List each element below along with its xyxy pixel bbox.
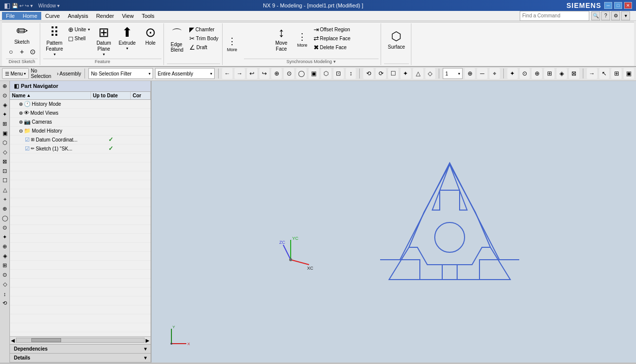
edge-blend-button[interactable]: ⌒ EdgeBlend: [167, 24, 187, 54]
palette-btn-11[interactable]: ☐: [0, 176, 9, 185]
palette-btn-2[interactable]: ⊙: [0, 91, 9, 100]
sketch-plus-icon[interactable]: +: [17, 47, 27, 57]
tb-icon-12[interactable]: ⟲: [363, 68, 374, 79]
palette-btn-7[interactable]: ⬡: [0, 139, 9, 147]
palette-btn-15[interactable]: ◯: [0, 214, 9, 223]
tb-icon-20[interactable]: ⌖: [489, 68, 500, 79]
hole-button[interactable]: ⊙ Hole: [139, 24, 161, 54]
tb-icon-13[interactable]: ⟳: [376, 68, 386, 79]
tb-icon-5[interactable]: ⊕: [271, 68, 282, 79]
palette-btn-8[interactable]: ◇: [0, 148, 9, 157]
tb-icon-10[interactable]: ⊡: [333, 68, 344, 79]
menu-curve[interactable]: Curve: [41, 12, 64, 20]
tb-icon-24[interactable]: ⊞: [544, 68, 555, 79]
scroll-left-btn[interactable]: ◀: [11, 338, 15, 343]
palette-btn-12[interactable]: △: [0, 186, 9, 195]
tb-icon-11[interactable]: ↕: [346, 68, 356, 79]
tree-row-model-history[interactable]: ⊖ 📁 Model History: [10, 127, 151, 136]
tb-icon-9[interactable]: ⬡: [321, 68, 331, 79]
trim-body-button[interactable]: ✂ Trim Body: [188, 34, 220, 43]
menu-analysis[interactable]: Analysis: [64, 12, 92, 20]
extrude-button[interactable]: ⬆ Extrude ▾: [116, 24, 138, 54]
chamfer-button[interactable]: ◤ Chamfer: [188, 25, 220, 34]
tree-row-sketch[interactable]: ☑ ✏ Sketch (1) "SK... ✓: [10, 145, 151, 153]
palette-btn-23[interactable]: ↕: [0, 290, 9, 298]
menu-render[interactable]: Render: [92, 12, 118, 20]
menu-view[interactable]: View: [118, 12, 138, 20]
tb-icon-30[interactable]: ▣: [624, 68, 634, 79]
menu-tools[interactable]: Tools: [138, 12, 159, 20]
pattern-feature-button[interactable]: ⠿ PatternFeature ▾: [43, 24, 66, 58]
surface-button[interactable]: ⬡ Surface: [384, 24, 409, 54]
sync-expand-icon[interactable]: ▾: [333, 59, 336, 64]
tb-icon-22[interactable]: ⊙: [520, 68, 530, 79]
palette-btn-1[interactable]: ⊕: [0, 82, 9, 91]
sketch-dot-icon[interactable]: ⊙: [28, 47, 38, 57]
tb-icon-18[interactable]: ⊕: [465, 68, 475, 79]
save-icon[interactable]: 💾: [12, 3, 18, 8]
number-dropdown[interactable]: 1 ▾: [443, 68, 463, 79]
datum-plane-button[interactable]: ⊞ DatumPlane ▾: [92, 24, 115, 58]
tb-icon-25[interactable]: ◈: [556, 68, 567, 79]
palette-btn-16[interactable]: ⊙: [0, 223, 9, 232]
palette-btn-21[interactable]: ⊙: [0, 271, 9, 280]
tree-row-cameras[interactable]: ⊕ 📷 Cameras: [10, 118, 151, 127]
tb-icon-6[interactable]: ⊙: [284, 68, 294, 79]
h-scrollbar-thumb[interactable]: [31, 338, 61, 342]
sketch-circle-icon[interactable]: ○: [6, 47, 16, 57]
menu-file[interactable]: File: [2, 12, 19, 20]
palette-btn-13[interactable]: ⌖: [0, 195, 9, 204]
tb-icon-1[interactable]: ←: [222, 68, 233, 79]
find-command-input[interactable]: [520, 11, 589, 21]
palette-btn-17[interactable]: ✦: [0, 233, 9, 242]
palette-btn-19[interactable]: ◈: [0, 252, 9, 261]
tb-icon-17[interactable]: ◇: [425, 68, 436, 79]
undo-icon[interactable]: ↩: [19, 3, 23, 8]
tb-icon-7[interactable]: ◯: [296, 68, 307, 79]
menu-button[interactable]: ☰ Menu ▾: [2, 68, 29, 79]
dependencies-section[interactable]: Dependencies ▾: [10, 345, 151, 354]
tree-row-datum[interactable]: ☑ ⊞ Datum Coordinat... ✓: [10, 136, 151, 145]
tb-icon-29[interactable]: ⊞: [611, 68, 622, 79]
maximize-button[interactable]: □: [614, 2, 622, 9]
unite-button[interactable]: ⊕ Unite ▾: [67, 25, 91, 34]
menu-home[interactable]: Home: [19, 12, 41, 20]
tb-icon-8[interactable]: ▣: [309, 68, 319, 79]
details-section[interactable]: Details ▾: [10, 354, 151, 363]
shell-button[interactable]: ◻ Shell: [67, 34, 91, 43]
palette-btn-24[interactable]: ⟲: [0, 299, 9, 308]
tree-row-model-views[interactable]: ⊕ 👁 Model Views: [10, 109, 151, 118]
palette-btn-10[interactable]: ⊡: [0, 167, 9, 176]
viewport[interactable]: ZC YC XC: [152, 81, 636, 363]
palette-btn-20[interactable]: ⊞: [0, 261, 9, 270]
tb-icon-26[interactable]: ⊠: [569, 68, 579, 79]
move-face-button[interactable]: ↕ MoveFace: [270, 24, 293, 54]
draft-button[interactable]: ∠ Draft: [188, 43, 220, 52]
tb-icon-28[interactable]: ↖: [599, 68, 610, 79]
tree-row-history[interactable]: ⊕ 🕐 History Mode: [10, 100, 151, 109]
tb-icon-15[interactable]: ✦: [400, 68, 411, 79]
tb-icon-14[interactable]: ☐: [388, 68, 398, 79]
redo-icon[interactable]: ↪: [25, 3, 29, 8]
sync-more-button[interactable]: ⋮ More: [294, 24, 311, 54]
h-scrollbar[interactable]: [16, 338, 145, 343]
minimize-button[interactable]: ─: [604, 2, 612, 9]
palette-btn-14[interactable]: ⊕: [0, 205, 9, 214]
tb-icon-16[interactable]: △: [413, 68, 423, 79]
find-search-icon[interactable]: 🔍: [591, 11, 600, 20]
close-button[interactable]: ✕: [624, 2, 632, 9]
palette-btn-18[interactable]: ⊕: [0, 242, 9, 251]
palette-btn-22[interactable]: ◇: [0, 280, 9, 289]
window-menu[interactable]: Window ▾: [38, 3, 60, 8]
palette-btn-6[interactable]: ▣: [0, 129, 9, 138]
tb-icon-27[interactable]: →: [587, 68, 597, 79]
tb-icon-19[interactable]: ─: [477, 68, 487, 79]
palette-btn-9[interactable]: ⊠: [0, 157, 9, 166]
tb-icon-3[interactable]: ↩: [247, 68, 257, 79]
more-qa-icon[interactable]: ▾: [30, 3, 33, 8]
palette-btn-5[interactable]: ⊞: [0, 120, 9, 129]
find-arrow-icon[interactable]: ▾: [621, 11, 630, 20]
tb-icon-23[interactable]: ⊕: [532, 68, 542, 79]
scroll-right-btn[interactable]: ▶: [146, 338, 150, 343]
scope-dropdown[interactable]: Entire Assembly ▾: [155, 68, 215, 79]
